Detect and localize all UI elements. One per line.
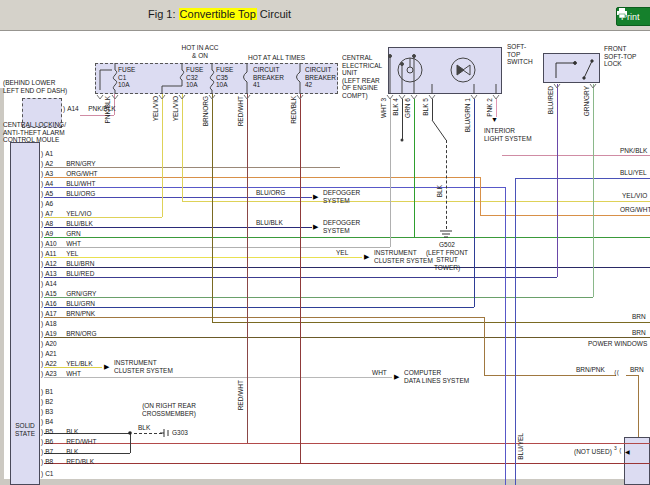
pin-wire-color: BRN/ORG (66, 330, 96, 337)
pin-id: B4 (45, 418, 66, 426)
lock-switch-internals (556, 60, 593, 79)
pin-row: B2 (41, 398, 66, 406)
pin-wire-color: BLU/BLK (66, 220, 93, 227)
pin-id: A18 (45, 320, 66, 328)
pin-id: A15 (45, 290, 66, 298)
pin-row: A3ORG/WHT (41, 170, 98, 178)
not-used-label: (NOT USED) (574, 448, 612, 456)
pin-wire-color: YEL/VIO (66, 210, 91, 217)
pin-row: A23WHT (41, 370, 81, 378)
breaker-42-label: CIRCUIT BREAKER 42 (305, 66, 336, 89)
instrument-arrow-mid-icon: ▶ (364, 253, 369, 260)
vlabel-blk-g502: BLK (436, 185, 444, 197)
pin-id: A2 (45, 160, 66, 168)
pin-id: A13 (45, 270, 66, 278)
interior-light-ref: INTERIOR LIGHT SYSTEM (484, 127, 532, 142)
pin-row: A6 (41, 200, 66, 208)
right-label-brnpnk: BRN/PNK (576, 366, 605, 374)
g303-wire-label: BLK (138, 424, 150, 432)
defogger-ref-1: DEFOGGER SYSTEM (323, 189, 360, 204)
pin-id: A23 (45, 370, 66, 378)
vlabel-bluyel-lower: BLU/YEL (517, 433, 525, 460)
pin-row-a14-top: A14PNK/BLK (63, 105, 116, 113)
vlabel-blk5: BLK 5 (422, 98, 430, 116)
pin-id: A12 (45, 260, 66, 268)
pin-wire-color: RED/WHT (66, 438, 96, 445)
pin-id: B1 (45, 388, 66, 396)
pin-row: A22YEL/BLK (41, 360, 93, 368)
hot-in-acc-label: HOT IN ACC & ON (178, 44, 222, 59)
pin-id: B7 (45, 448, 66, 456)
pin-id: A6 (45, 200, 66, 208)
defogger-arrow-2-icon: ▶ (313, 223, 318, 230)
ground-g303-symbol (160, 429, 168, 437)
pin-wire-color: YEL/BLK (66, 360, 92, 367)
pin-wire-color: BLU/BRN (66, 260, 94, 267)
pin-id: A9 (45, 230, 66, 238)
pin-id: B8 (45, 458, 66, 466)
pin-row: A14 (41, 280, 66, 288)
pin-id: A17 (45, 310, 66, 318)
instrument-ref-left: INSTRUMENT CLUSTER SYSTEM (114, 359, 173, 374)
pin-wire-color: BRN/GRY (66, 160, 96, 167)
breaker-41-label: CIRCUIT BREAKER 41 (253, 66, 284, 89)
brnpnk-splice-connector: ⟨⟨ (614, 369, 619, 377)
pin-row: B1 (41, 388, 66, 396)
defogger-arrow-1-icon: ▶ (313, 193, 318, 200)
pin-wire-color: ORG/WHT (66, 170, 97, 177)
pin-wire-color: BLU/WHT (66, 180, 95, 187)
pin-row: A12BLU/BRN (41, 260, 94, 268)
vlabel-grngry: GRN/GRY (583, 86, 591, 116)
ground-g502-symbol (440, 231, 452, 237)
pin-wire-color: YEL (66, 250, 78, 257)
pin-id: A1 (45, 150, 66, 158)
right-label-orgwht: ORG/WHT (620, 206, 650, 214)
pin-row: A13BLU/RED (41, 270, 94, 278)
pin-wire-color: PNK/BLK (88, 105, 115, 112)
pin-id: A8 (45, 220, 66, 228)
pin-id: B3 (45, 408, 66, 416)
fuse-c35-label: FUSE C35 10A (216, 66, 233, 89)
pin-wire-color: RED/BLK (66, 458, 94, 465)
pin-row: A16BLU/GRN (41, 300, 95, 308)
right-label-brn-2: BRN (632, 329, 646, 337)
vlabel-wht3: WHT 3 (380, 98, 388, 118)
pin-id: A3 (45, 170, 66, 178)
pin-row: A10WHT (41, 240, 81, 248)
right-label-bluyel: BLU/YEL (620, 169, 647, 177)
vlabel-pnk2: PNK 2 (486, 98, 494, 117)
vlabel-yelvio-2: YEL/VIO (172, 96, 180, 121)
not-used-connector: ⟨ (619, 447, 622, 455)
pin-wire-color: GRN (66, 230, 80, 237)
module-name-label: CENTRAL LOCKING/ ANTI-THEFT ALARM CONTRO… (3, 121, 66, 144)
pin-row: A4BLU/WHT (41, 180, 95, 188)
solid-state-label: SOLID STATE (10, 422, 40, 437)
not-used-arrow-icon: ◀ (625, 449, 630, 456)
fuse-c32-label: FUSE C32 10A (186, 66, 203, 89)
pin-wire-color: BLK (66, 448, 78, 455)
blk4-end-dot (401, 139, 404, 142)
g303-label: G303 (172, 429, 188, 437)
pin-row: A9GRN (41, 230, 81, 238)
pin-id: A20 (45, 340, 66, 348)
pin-id: C1 (45, 470, 66, 478)
pin-wire-color: WHT (66, 240, 81, 247)
interior-light-arrow-icon: ▼ (491, 116, 498, 123)
pin-id: A14 (45, 280, 66, 288)
pin-wire-color: WHT (66, 370, 81, 377)
pin-row: A7YEL/VIO (41, 210, 91, 218)
pin-row: B6RED/WHT (41, 438, 97, 446)
pin-row: A2BRN/GRY (41, 160, 96, 168)
pin-id: A5 (45, 190, 66, 198)
pin-wire-color: BLK (66, 428, 78, 435)
not-used-pin-number: 3 (614, 445, 617, 451)
vlabel-blk4: BLK 4 (392, 98, 400, 116)
diagram-viewer: Fig 1: Convertible Top Circuit Print (0, 0, 650, 485)
pin-id: A14 (67, 105, 88, 113)
pin-row: A17BRN/PNK (41, 310, 95, 318)
right-label-brn-1: BRN (632, 313, 646, 321)
pin-wire-color: BRN/PNK (66, 310, 95, 317)
b5-junction-dot (128, 431, 132, 435)
defogger-ref-2: DEFOGGER SYSTEM (323, 219, 360, 234)
pin-row: A15GRN/GRY (41, 290, 96, 298)
